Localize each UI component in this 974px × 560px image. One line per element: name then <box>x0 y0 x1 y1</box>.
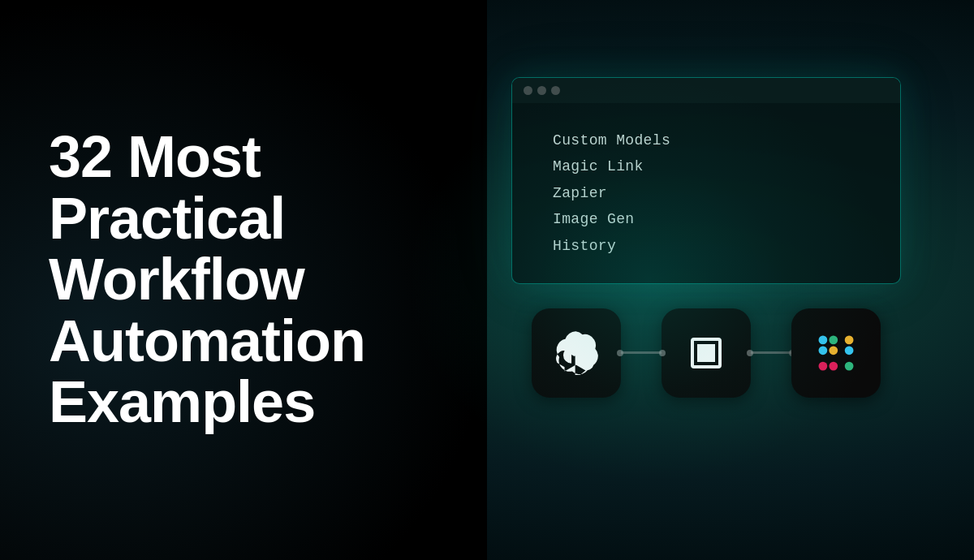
hero-title: 32 Most Practical Workflow Automation Ex… <box>49 127 487 433</box>
right-section: Custom Models Magic Link Zapier Image Ge… <box>471 77 942 483</box>
terminal-line-5: History <box>553 233 860 259</box>
titlebar-dot-3 <box>551 86 560 95</box>
terminal-line-4: Image Gen <box>553 206 860 232</box>
svg-rect-9 <box>845 346 854 355</box>
terminal-line-2: Magic Link <box>553 153 860 179</box>
svg-rect-5 <box>845 335 854 344</box>
svg-rect-6 <box>829 346 838 355</box>
svg-rect-10 <box>845 362 854 371</box>
slack-icon <box>791 308 881 398</box>
terminal-window: Custom Models Magic Link Zapier Image Ge… <box>511 77 901 284</box>
terminal-body: Custom Models Magic Link Zapier Image Ge… <box>512 103 900 283</box>
svg-rect-1 <box>697 344 715 362</box>
terminal-titlebar <box>512 78 900 103</box>
page-content: 32 Most Practical Workflow Automation Ex… <box>0 0 974 560</box>
terminal-line-3: Zapier <box>553 180 860 206</box>
connector-2 <box>751 351 791 354</box>
background: 32 Most Practical Workflow Automation Ex… <box>0 0 974 560</box>
svg-rect-8 <box>829 362 838 371</box>
titlebar-dot-2 <box>537 86 546 95</box>
titlebar-dot-1 <box>524 86 532 95</box>
svg-rect-2 <box>819 335 828 344</box>
app-icons-row <box>532 308 881 398</box>
svg-rect-7 <box>819 362 828 371</box>
outline-icon <box>662 308 751 398</box>
svg-rect-3 <box>819 346 828 355</box>
hero-text-section: 32 Most Practical Workflow Automation Ex… <box>49 127 487 433</box>
terminal-line-1: Custom Models <box>553 127 860 153</box>
connector-1 <box>621 351 662 354</box>
openai-icon <box>532 308 621 398</box>
svg-rect-4 <box>829 335 838 344</box>
